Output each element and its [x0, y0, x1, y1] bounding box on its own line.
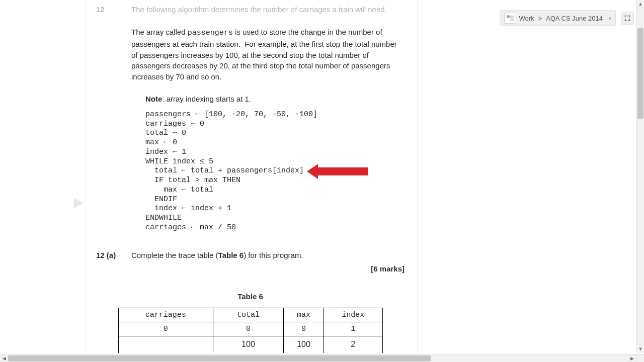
document-page: 12 The following algorithm determines th…	[86, 0, 418, 353]
scroll-down-button[interactable]: ▼	[636, 345, 644, 353]
hscroll-thumb[interactable]	[8, 355, 431, 361]
side-tab-handle[interactable]	[74, 199, 84, 208]
chevron-down-icon: ▾	[609, 16, 611, 21]
expand-button[interactable]	[621, 12, 634, 25]
intro-truncated: The following algorithm determines the n…	[131, 5, 405, 14]
vertical-scrollbar[interactable]: ▲ ▼	[636, 0, 644, 353]
intro-paragraph: The array called passengers is used to s…	[131, 27, 405, 82]
breadcrumb-seg1: Work	[519, 15, 534, 22]
vscroll-thumb[interactable]	[637, 28, 643, 119]
breadcrumb-seg2: AQA CS June 2014	[546, 15, 603, 22]
col-max: max	[283, 308, 324, 322]
marks: [6 marks]	[131, 264, 405, 273]
trace-table: carriages total max index 0 0 0 1 100 10…	[118, 308, 383, 353]
table-title: Table 6	[96, 292, 405, 301]
col-index: index	[324, 308, 382, 322]
note-line: Note: array indexing starts at 1.	[145, 95, 405, 103]
horizontal-scrollbar[interactable]: ◀ ▶	[0, 354, 636, 362]
part-question: Complete the trace table (Table 6) for t…	[131, 251, 405, 273]
doc-icon	[504, 13, 515, 24]
pseudocode-block: passengers ← [100, -20, 70, -50, -100] c…	[145, 110, 405, 233]
col-total: total	[213, 308, 284, 322]
scroll-left-button[interactable]: ◀	[0, 354, 8, 362]
scroll-corner	[636, 354, 644, 362]
col-carriages: carriages	[118, 308, 213, 322]
scroll-up-button[interactable]: ▲	[636, 0, 644, 8]
scroll-right-button[interactable]: ▶	[628, 354, 636, 362]
expand-icon	[624, 15, 630, 21]
part-label: 12 (a)	[96, 251, 119, 273]
question-number: 12	[96, 5, 119, 14]
breadcrumb[interactable]: Work > AQA CS June 2014 ▾	[500, 10, 616, 26]
